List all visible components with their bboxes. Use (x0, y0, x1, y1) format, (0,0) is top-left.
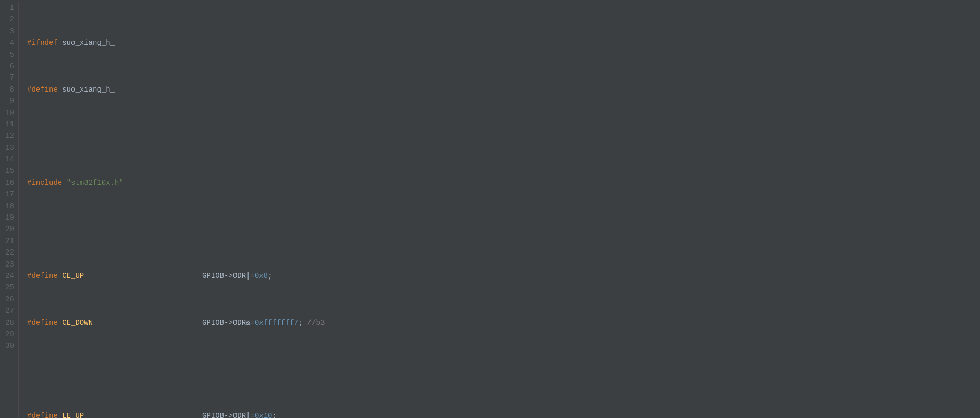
code-line-5 (27, 223, 980, 235)
code-editor: 1 2 3 4 5 6 7 8 9 10 11 12 13 14 15 16 1… (0, 0, 980, 418)
code-line-2: #define suo_xiang_h_ (27, 84, 980, 95)
code-line-4: #include "stm32f10x.h" (27, 177, 980, 188)
code-line-8 (27, 363, 980, 375)
code-line-6: #define CE_UP GPIOB->ODR|=0x8; (27, 270, 980, 282)
code-line-7: #define CE_DOWN GPIOB->ODR&=0xfffffff7; … (27, 317, 980, 328)
line-numbers: 1 2 3 4 5 6 7 8 9 10 11 12 13 14 15 16 1… (0, 2, 19, 418)
code-lines: #ifndef suo_xiang_h_ #define suo_xiang_h… (19, 2, 980, 418)
code-line-3 (27, 130, 980, 142)
code-line-9: #define LE_UP GPIOB->ODR|=0x10; (27, 410, 980, 418)
code-line-1: #ifndef suo_xiang_h_ (27, 37, 980, 48)
